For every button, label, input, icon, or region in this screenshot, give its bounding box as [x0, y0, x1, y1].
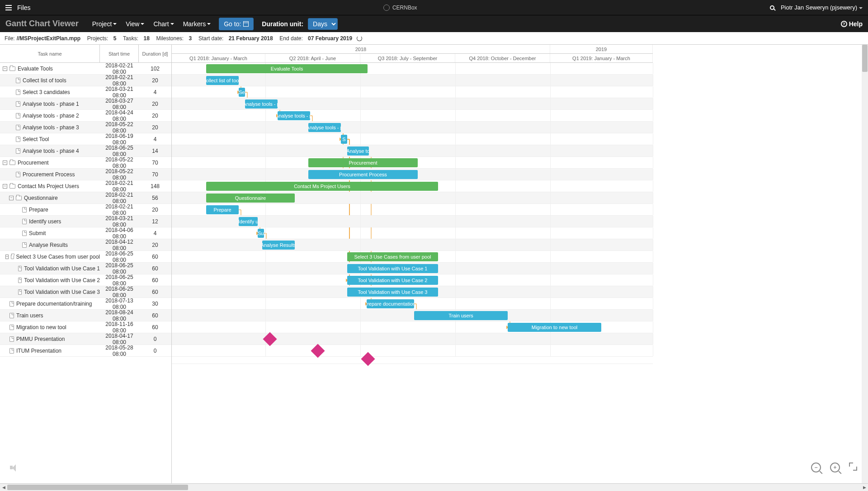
gantt-bar[interactable]: Procurement — [308, 158, 418, 167]
table-row[interactable]: Analyse tools - phase 32018-05-22 08:002… — [0, 122, 171, 133]
table-row[interactable]: PMMU Presentation2018-04-17 08:000 — [0, 333, 171, 345]
task-duration: 148 — [139, 183, 171, 189]
col-task-name[interactable]: Task name — [0, 45, 100, 62]
table-row[interactable]: −Select 3 Use Cases from user pool2018-0… — [0, 251, 171, 263]
gantt-bar[interactable]: Analyse tools - p — [308, 123, 341, 132]
table-row[interactable]: Prepare2018-02-21 08:0020 — [0, 204, 171, 216]
menu-icon[interactable] — [5, 5, 12, 10]
table-row[interactable]: Identify users2018-03-21 08:0012 — [0, 216, 171, 227]
table-row[interactable]: Analyse tools - phase 12018-03-27 08:002… — [0, 98, 171, 110]
table-row[interactable]: ITUM Presentation2018-05-28 08:000 — [0, 345, 171, 357]
gantt-bar[interactable]: Evaluate Tools — [206, 64, 368, 73]
gantt-bar[interactable]: Analyse Results — [262, 241, 295, 250]
gantt-bar[interactable]: Analyse tools - p — [245, 99, 278, 109]
gantt-bar[interactable]: Analyse tools - p — [278, 111, 310, 120]
gantt-bar[interactable]: Select 3 Use Cases from user pool — [347, 252, 438, 261]
table-row[interactable]: Analyse Results2018-04-12 08:0020 — [0, 239, 171, 251]
duration-unit-label: Duration unit: — [262, 20, 303, 28]
refresh-icon[interactable] — [357, 36, 362, 41]
gantt-bar[interactable]: S — [341, 135, 347, 144]
gantt-bar[interactable]: Questionnaire — [206, 194, 295, 203]
table-row[interactable]: Tool Validation with Use Case 22018-06-2… — [0, 274, 171, 286]
fullscreen-button[interactable] — [849, 463, 857, 471]
files-label[interactable]: Files — [17, 4, 31, 11]
collapse-icon[interactable]: − — [5, 255, 9, 259]
table-row[interactable]: Select Tool2018-06-19 08:004 — [0, 133, 171, 145]
gantt-bar[interactable]: Tool Validation with Use Case 2 — [347, 276, 438, 285]
table-row[interactable]: −Procurement2018-05-22 08:0070 — [0, 157, 171, 169]
gantt-bar[interactable]: Train users — [414, 311, 508, 320]
brand-label: CERNBox — [392, 5, 417, 11]
user-menu[interactable]: Piotr Jan Seweryn (pjsewery) — [781, 4, 863, 11]
task-name: Migration to new tool — [16, 324, 66, 330]
scroll-left-icon[interactable]: ◀ — [0, 484, 7, 491]
task-name: Analyse tools - phase 3 — [23, 124, 79, 131]
menu-markers[interactable]: Markers — [179, 18, 216, 30]
gantt-bar[interactable]: Migration to new tool — [508, 323, 601, 332]
col-duration[interactable]: Duration [d] — [139, 45, 171, 62]
task-start: 2018-06-25 08:00 — [100, 262, 139, 275]
menu-view[interactable]: View — [121, 18, 149, 30]
goto-button[interactable]: Go to: — [219, 18, 254, 30]
gantt-bar[interactable]: Se — [239, 88, 245, 97]
table-row[interactable]: Submit2018-04-06 08:004 — [0, 227, 171, 239]
table-row[interactable]: Train users2018-08-24 08:0060 — [0, 310, 171, 321]
task-start: 2018-06-25 08:00 — [100, 286, 139, 298]
collapse-icon[interactable]: − — [9, 196, 14, 200]
gantt-bar[interactable]: Procurement Process — [308, 170, 418, 179]
table-row[interactable]: Prepare documentation/training2018-07-13… — [0, 298, 171, 310]
task-name: Procurement — [18, 160, 49, 166]
duration-select[interactable]: Days — [308, 18, 338, 30]
collapse-icon[interactable]: − — [3, 161, 7, 165]
file-icon — [18, 289, 22, 295]
help-button[interactable]: ?Help — [841, 20, 863, 28]
table-row[interactable]: Select 3 candidates2018-03-21 08:004 — [0, 86, 171, 98]
zoom-out-button[interactable]: − — [811, 463, 821, 472]
collapse-icon[interactable]: − — [3, 66, 7, 71]
gantt-bar[interactable]: Prepare documentation/ — [367, 299, 414, 308]
gantt-row: Procurement Process — [172, 169, 653, 180]
timeline-quarter: Q3 2018: July - September — [360, 54, 455, 62]
task-name: Prepare documentation/training — [16, 301, 92, 307]
timeline-quarter: Q4 2018: October - December — [455, 54, 550, 62]
scroll-right-icon[interactable]: ▶ — [861, 484, 868, 491]
task-start: 2018-11-16 08:00 — [100, 321, 139, 334]
table-row[interactable]: Analyse tools - phase 42018-06-25 08:001… — [0, 145, 171, 157]
vertical-scrollbar[interactable] — [862, 45, 868, 483]
folder-icon — [9, 161, 15, 165]
table-row[interactable]: Tool Validation with Use Case 12018-06-2… — [0, 263, 171, 274]
task-start: 2018-05-22 08:00 — [100, 121, 139, 134]
col-start-time[interactable]: Start time — [100, 45, 139, 62]
table-row[interactable]: −Questionnaire2018-02-21 08:0056 — [0, 192, 171, 204]
gantt-row: Tool Validation with Use Case 1 — [172, 263, 653, 274]
table-row[interactable]: −Contact Ms Project Users2018-02-21 08:0… — [0, 180, 171, 192]
task-start: 2018-02-21 08:00 — [100, 63, 139, 75]
gantt-bar[interactable]: Analyse to — [347, 146, 369, 156]
menu-chart[interactable]: Chart — [149, 18, 178, 30]
collapse-icon[interactable]: − — [3, 184, 7, 189]
table-row[interactable]: Tool Validation with Use Case 32018-06-2… — [0, 286, 171, 298]
table-row[interactable]: Collect list of tools2018-02-21 08:0020 — [0, 75, 171, 86]
zoom-in-button[interactable]: + — [830, 463, 840, 472]
horizontal-scrollbar[interactable]: ◀ ▶ — [0, 484, 868, 491]
table-row[interactable]: −Evaluate Tools2018-02-21 08:00102 — [0, 63, 171, 75]
gantt-row: Contact Ms Project Users — [172, 180, 653, 192]
table-row[interactable]: Migration to new tool2018-11-16 08:0060 — [0, 321, 171, 333]
gantt-bar[interactable]: Contact Ms Project Users — [206, 182, 438, 191]
gantt-bar[interactable]: Tool Validation with Use Case 1 — [347, 264, 438, 273]
menu-project[interactable]: Project — [88, 18, 122, 30]
gantt-bar[interactable]: Identify u — [239, 217, 258, 226]
gantt-panel[interactable]: 20182019 Q1 2018: January - MarchQ2 2018… — [172, 45, 862, 483]
gantt-bar[interactable]: Collect list of tools — [206, 76, 239, 85]
milestone-marker[interactable] — [311, 344, 325, 358]
gantt-bar[interactable]: Prepare — [206, 205, 239, 214]
gantt-bar[interactable]: Tool Validation with Use Case 3 — [347, 288, 438, 297]
table-row[interactable]: Procurement Process2018-05-22 08:0070 — [0, 169, 171, 180]
task-name: Tool Validation with Use Case 2 — [24, 277, 100, 283]
search-icon[interactable] — [770, 5, 774, 10]
gantt-bar[interactable]: Su — [258, 229, 264, 238]
table-row[interactable]: Analyse tools - phase 22018-04-24 08:002… — [0, 110, 171, 122]
file-icon — [16, 172, 20, 177]
gantt-row: Migration to new tool — [172, 321, 653, 333]
task-start: 2018-08-24 08:00 — [100, 309, 139, 322]
